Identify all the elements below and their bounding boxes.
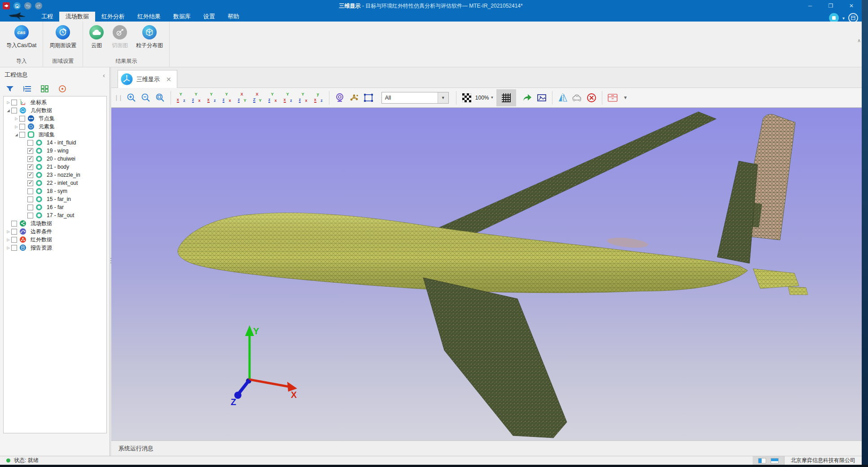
tab-close-icon[interactable]: ✕	[166, 76, 171, 83]
redo-icon[interactable]	[35, 2, 42, 9]
tree-label[interactable]: 14 - int_fluid	[47, 140, 76, 146]
tree-row-3[interactable]: ▷元素集	[4, 122, 106, 131]
probe-icon[interactable]	[334, 91, 346, 105]
tree-expander-icon[interactable]: ▷	[5, 238, 11, 242]
tree-expander-icon[interactable]: ▷	[13, 117, 19, 121]
tree-expander-icon[interactable]: ▷	[13, 125, 19, 129]
tree-expander-icon[interactable]: ◢	[13, 133, 19, 137]
snapshot-icon[interactable]	[536, 91, 548, 105]
cloud-outline-icon[interactable]	[571, 91, 583, 105]
maximize-button[interactable]: ❐	[820, 0, 841, 12]
tree-row-18[interactable]: ▷报告资源	[4, 244, 106, 252]
view-back-icon[interactable]: Yzx	[191, 92, 202, 104]
particle-distribution-button[interactable]: 粒子分布图	[134, 24, 165, 56]
tree-checkbox[interactable]	[19, 116, 25, 122]
tree-row-15[interactable]: 流场数据	[4, 219, 106, 227]
tree-checkbox[interactable]	[27, 205, 33, 210]
tree-row-6[interactable]: 19 - wing	[4, 147, 106, 155]
tree-row-0[interactable]: ▷Yxz坐标系	[4, 98, 106, 106]
tree-checkbox[interactable]	[27, 180, 33, 186]
tree-checkbox[interactable]	[27, 140, 33, 146]
tree-label[interactable]: 15 - far_in	[47, 196, 71, 202]
tree-label[interactable]: 面域集	[39, 131, 55, 139]
tree-label[interactable]: 23 - nozzle_in	[47, 172, 80, 178]
zoom-out-icon[interactable]	[140, 91, 152, 105]
tree-label[interactable]: 边界条件	[31, 228, 52, 236]
tree-expander-icon[interactable]: ▷	[5, 100, 11, 105]
tree-row-2[interactable]: ▷节点集	[4, 114, 106, 122]
tree-row-8[interactable]: 21 - body	[4, 163, 106, 171]
select-box-icon[interactable]	[363, 91, 374, 105]
view-front-icon[interactable]: Yxz	[175, 92, 187, 104]
undo-icon[interactable]	[24, 2, 31, 9]
view-left-icon[interactable]: Yxz	[206, 92, 218, 104]
tree-label[interactable]: 22 - inlet_out	[47, 180, 78, 186]
tree-label[interactable]: 17 - far_out	[47, 212, 74, 218]
tree-expander-icon[interactable]: ◢	[5, 109, 11, 113]
tree-checkbox[interactable]	[19, 124, 25, 130]
tree-checkbox[interactable]	[27, 156, 33, 162]
tree-checkbox[interactable]	[19, 132, 25, 138]
tree-label[interactable]: 报告资源	[31, 244, 52, 252]
viewport-3d[interactable]: Y X Z	[111, 108, 862, 441]
checkerboard-icon[interactable]	[461, 91, 473, 105]
ribbon-collapse-icon[interactable]: ∧	[857, 38, 861, 44]
tree-checkbox[interactable]	[11, 100, 17, 105]
tree-row-7[interactable]: 20 - chuiwei	[4, 155, 106, 163]
view-rotate-2-icon[interactable]: yxz	[313, 92, 324, 104]
tree-row-13[interactable]: 16 - far	[4, 203, 106, 211]
tree-row-14[interactable]: 17 - far_out	[4, 211, 106, 219]
tree-checkbox[interactable]	[11, 237, 17, 243]
tree-checkbox[interactable]	[11, 229, 17, 235]
menu-caret-icon[interactable]: ▾	[842, 16, 845, 21]
toolbar-more-caret-icon[interactable]: ▼	[621, 95, 629, 100]
tree-label[interactable]: 几何数据	[31, 107, 52, 114]
minimize-button[interactable]: ─	[800, 0, 820, 12]
menu-item-6[interactable]: 帮助	[221, 12, 245, 22]
tree-row-1[interactable]: ◢几何数据	[4, 106, 106, 114]
tree-checkbox[interactable]	[11, 108, 17, 113]
zoom-in-icon[interactable]	[126, 91, 137, 105]
toolbar-handle[interactable]: ❘❘	[114, 94, 122, 101]
tree-label[interactable]: 红外数据	[31, 236, 52, 244]
particles-icon[interactable]	[348, 91, 360, 105]
filter-icon[interactable]	[4, 84, 15, 94]
view-top-icon[interactable]: XzY	[237, 92, 248, 104]
export-box-icon[interactable]	[607, 91, 618, 105]
tree-expander-icon[interactable]: ▷	[5, 246, 11, 250]
close-button[interactable]: ✕	[841, 0, 862, 12]
menu-item-4[interactable]: 数据库	[167, 12, 197, 22]
app-icon[interactable]	[3, 2, 10, 9]
menu-item-1[interactable]: 流场数据	[59, 12, 95, 22]
menu-item-2[interactable]: 红外分析	[95, 12, 131, 22]
tree-row-11[interactable]: 18 - sym	[4, 187, 106, 195]
grid-icon[interactable]	[496, 89, 516, 106]
tree-label[interactable]: 坐标系	[31, 99, 47, 106]
tree-label[interactable]: 20 - chuiwei	[47, 156, 75, 162]
tree-row-9[interactable]: 23 - nozzle_in	[4, 171, 106, 179]
target-icon[interactable]	[57, 84, 68, 94]
list-icon[interactable]	[22, 84, 33, 94]
tree-label[interactable]: 流场数据	[31, 220, 52, 227]
save-icon[interactable]	[13, 2, 21, 9]
periodic-surface-button[interactable]: 周期面设置	[48, 24, 78, 56]
view-right-icon[interactable]: Yzx	[221, 92, 233, 104]
tree-checkbox[interactable]	[11, 245, 17, 251]
delete-icon[interactable]	[586, 91, 597, 105]
tree-checkbox[interactable]	[11, 221, 17, 227]
view-rotate-1-icon[interactable]: Yzx	[298, 92, 309, 104]
tree-label[interactable]: 18 - sym	[47, 188, 67, 194]
combobox-arrow-icon[interactable]: ▼	[438, 92, 448, 103]
tree-label[interactable]: 节点集	[39, 115, 55, 122]
zoom-fit-icon[interactable]	[154, 91, 166, 105]
layout-bar-icon[interactable]	[771, 458, 779, 463]
tree-checkbox[interactable]	[27, 213, 33, 218]
menu-item-3[interactable]: 红外结果	[131, 12, 167, 22]
zoom-level-dropdown[interactable]: 100% ▼	[475, 95, 494, 101]
tab-3d-view[interactable]: 三维显示 ✕	[118, 70, 177, 88]
tree-row-5[interactable]: 14 - int_fluid	[4, 139, 106, 147]
tree-row-12[interactable]: 15 - far_in	[4, 195, 106, 203]
tree-checkbox[interactable]	[27, 196, 33, 202]
tree-checkbox[interactable]	[27, 164, 33, 170]
tree-checkbox[interactable]	[27, 148, 33, 154]
